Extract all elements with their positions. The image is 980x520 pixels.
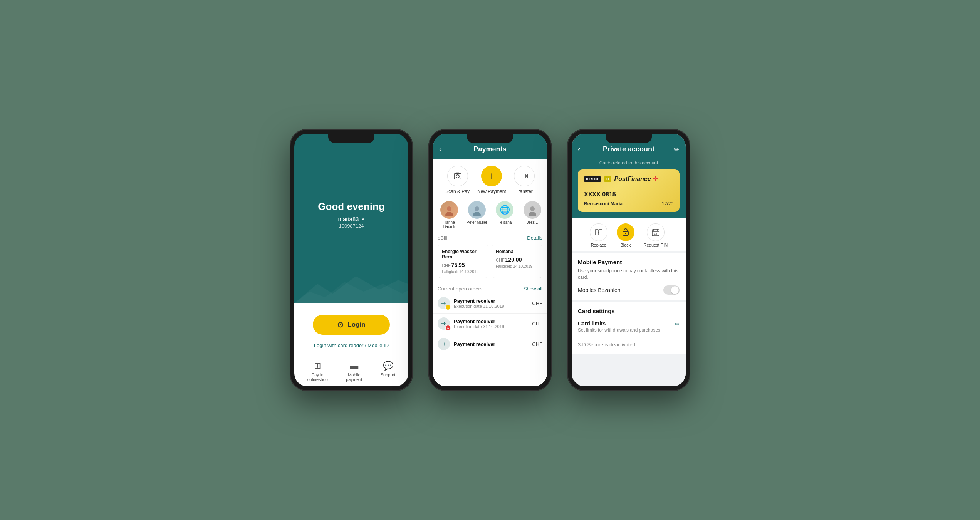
contact-jess[interactable]: Jess...: [521, 201, 544, 229]
order-transfer-icon-3: [438, 338, 450, 350]
phone-2: ‹ Payments Scan & Pay: [428, 129, 552, 391]
username-display: maria83 ∨: [338, 216, 364, 222]
svg-point-6: [475, 206, 479, 211]
hanna-name: Hanna Baumli: [438, 220, 461, 229]
order-info-1: Payment receiver Execution date 31.10.20…: [454, 298, 528, 309]
new-payment-label: New Payment: [477, 189, 506, 194]
card-limits-info: Card limits Set limits for withdrawals a…: [578, 320, 675, 333]
hanna-avatar: [440, 201, 458, 219]
mobile-bezahlen-row: Mobiles Bezahlen: [578, 285, 680, 295]
jess-avatar-img: [527, 204, 538, 216]
block-circle: [617, 223, 634, 241]
ebill-card-helsana[interactable]: Helsana CHF120.00 Fälligkeit: 14.10.2019: [492, 245, 542, 278]
order-info-3: Payment receiver: [454, 341, 528, 347]
order-amount-2: CHF: [532, 321, 542, 327]
ebill-helsana-amount: CHF120.00: [496, 257, 538, 263]
card-limits-item[interactable]: Card limits Set limits for withdrawals a…: [578, 317, 680, 336]
ebill-section-header: eBill Details: [433, 232, 547, 242]
footer-item-mobile-payment[interactable]: ▬ Mobile payment: [346, 361, 362, 382]
postfinance-logo: PostFinance ✛: [614, 175, 658, 183]
camera-icon: [453, 171, 462, 181]
lock-icon: [621, 228, 630, 237]
edit-icon[interactable]: ✏: [674, 145, 680, 154]
transfer-arrow-icon-3: [441, 341, 447, 347]
calendar-icon: 12: [651, 228, 660, 237]
ebill-energie-title: Energie Wasser Bern: [442, 249, 484, 260]
footer-item-pay-onlineshop[interactable]: ⊞ Pay in onlineshop: [307, 361, 328, 382]
card-limits-edit-icon[interactable]: ✏: [675, 320, 680, 328]
order-badge-error: ✕: [445, 325, 451, 330]
replace-circle: [590, 223, 607, 241]
mobiles-bezahlen-toggle[interactable]: [663, 285, 680, 295]
order-icon-wrap-1: !: [438, 297, 450, 309]
new-payment-circle: +: [481, 166, 502, 186]
order-name-2: Payment receiver: [454, 319, 528, 324]
plus-icon: +: [488, 171, 495, 181]
peter-avatar-img: [471, 204, 483, 216]
back-button-3[interactable]: ‹: [578, 145, 581, 154]
phone-1: Good evening maria83 ∨ 100987124 ⊙ Login…: [290, 129, 413, 391]
contact-hanna[interactable]: Hanna Baumli: [438, 201, 461, 229]
block-action[interactable]: Block: [617, 223, 634, 247]
svg-rect-13: [595, 230, 598, 235]
chat-icon: 💬: [383, 361, 393, 371]
scan-pay-action[interactable]: Scan & Pay: [445, 166, 470, 194]
card-number: XXXX 0815: [584, 191, 673, 198]
order-amount-3: CHF: [532, 341, 542, 347]
order-item-3[interactable]: Payment receiver CHF: [433, 334, 547, 354]
private-account-title: Private account: [603, 145, 654, 153]
notch-1: [328, 134, 374, 143]
card-reader-link[interactable]: Login with card reader / Mobile ID: [314, 342, 389, 348]
peter-name: Peter Müller: [467, 220, 487, 225]
request-pin-circle: 12: [647, 223, 665, 241]
contact-helsana[interactable]: 🌐 Helsana: [493, 201, 516, 229]
chevron-down-icon: ∨: [361, 216, 365, 221]
order-item-2[interactable]: ✕ Payment receiver Execution date 31.10.…: [433, 314, 547, 334]
orders-section: Current open orders Show all !: [433, 283, 547, 354]
contacts-row: Hanna Baumli Peter Müller �: [433, 198, 547, 232]
request-pin-label: Request PIN: [644, 243, 668, 247]
mobile-payment-title: Mobile Payment: [578, 259, 680, 265]
phone1-screen: Good evening maria83 ∨ 100987124 ⊙ Login…: [294, 134, 408, 386]
3d-secure-status: 3-D Secure is deactivated: [578, 342, 680, 347]
ebill-card-energie[interactable]: Energie Wasser Bern CHF75.95 Fälligkeit:…: [438, 245, 488, 278]
back-button[interactable]: ‹: [439, 145, 442, 154]
svg-point-5: [445, 212, 453, 216]
mountain-bg: [294, 272, 408, 303]
svg-point-1: [456, 175, 459, 178]
footer-label: Support: [381, 372, 396, 377]
transfer-action[interactable]: Transfer: [514, 166, 535, 194]
block-label: Block: [620, 243, 631, 247]
login-button[interactable]: ⊙ Login: [313, 315, 390, 335]
card-settings-section: Card settings Card limits Set limits for…: [572, 302, 686, 354]
replace-icon: [594, 228, 603, 237]
transfer-icon: [520, 171, 529, 181]
helsana-name: Helsana: [498, 220, 512, 225]
card-limits-title: Card limits: [578, 320, 675, 327]
order-date-1: Execution date 31.10.2019: [454, 304, 528, 309]
new-payment-action[interactable]: + New Payment: [477, 166, 506, 194]
card-actions-row: Replace Block: [572, 218, 686, 251]
request-pin-action[interactable]: 12 Request PIN: [644, 223, 668, 247]
footer-label: Pay in onlineshop: [307, 372, 328, 382]
replace-label: Replace: [591, 243, 606, 247]
peter-avatar: [468, 201, 486, 219]
cards-related-label: Cards related to this account: [578, 160, 680, 166]
card-section: Cards related to this account DIRECT ID …: [572, 159, 686, 218]
footer-item-support[interactable]: 💬 Support: [381, 361, 396, 382]
show-all-link[interactable]: Show all: [524, 286, 542, 292]
bank-card: DIRECT ID PostFinance ✛ XXXX 0815 Bernas…: [578, 169, 680, 212]
contact-peter[interactable]: Peter Müller: [465, 201, 488, 229]
details-link[interactable]: Details: [527, 235, 542, 241]
jess-name: Jess...: [527, 220, 538, 225]
phone2-screen: ‹ Payments Scan & Pay: [433, 134, 547, 386]
private-account-body: Cards related to this account DIRECT ID …: [572, 159, 686, 386]
postfinance-cross: ✛: [653, 175, 658, 183]
svg-point-8: [530, 206, 535, 211]
payments-title: Payments: [473, 145, 506, 153]
phone1-login-area: ⊙ Login Login with card reader / Mobile …: [294, 303, 408, 356]
svg-point-18: [625, 233, 626, 234]
order-item-1[interactable]: ! Payment receiver Execution date 31.10.…: [433, 293, 547, 314]
replace-action[interactable]: Replace: [590, 223, 607, 247]
helsana-avatar: 🌐: [496, 201, 513, 219]
